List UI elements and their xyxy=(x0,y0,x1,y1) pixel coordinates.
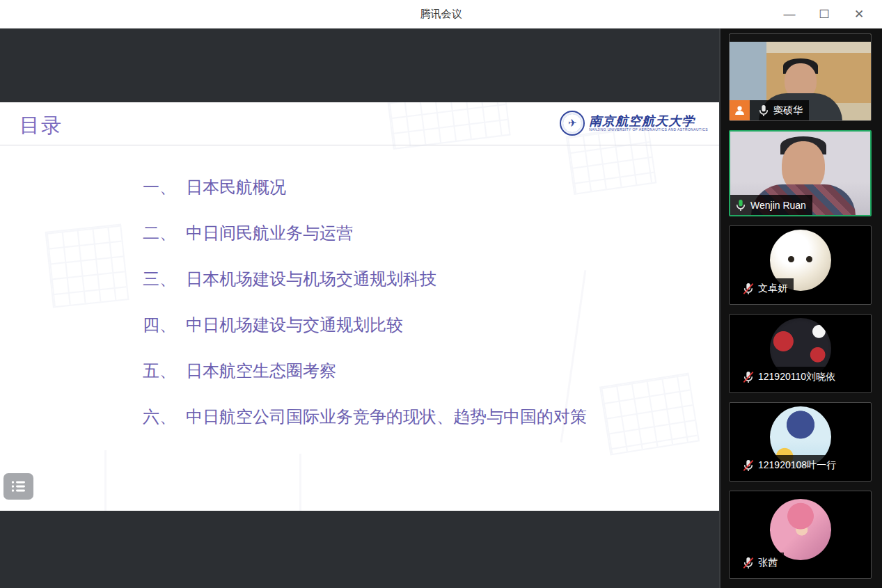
toc-item-text: 中日间民航业务与运营 xyxy=(186,223,353,242)
slide-heading: 目录 xyxy=(19,112,63,140)
mic-on-icon xyxy=(758,104,769,117)
toc-item-number: 一、 xyxy=(143,177,176,196)
thumbnail-list-toggle-button[interactable] xyxy=(3,473,33,500)
slide-heading-rule xyxy=(0,145,719,145)
participant-name-badge: Wenjin Ruan xyxy=(730,195,812,215)
toc-item-text: 中日航空公司国际业务竞争的现状、趋势与中国的对策 xyxy=(186,407,587,426)
university-name-english: NANJING UNIVERSITY OF AERONAUTICS AND AS… xyxy=(589,128,708,132)
participant-name: 121920110刘晓依 xyxy=(758,371,835,383)
maximize-button[interactable]: ☐ xyxy=(807,0,842,29)
participant-tile-speaking[interactable]: Wenjin Ruan xyxy=(729,130,872,216)
participant-tile[interactable]: 121920110刘晓依 xyxy=(729,314,872,393)
screen-share-stage: 目录 ✈ 南京航空航天大学 NANJING UNIVERSITY OF AERO… xyxy=(0,29,719,588)
mic-muted-icon xyxy=(743,283,754,295)
participant-name: Wenjin Ruan xyxy=(750,200,806,211)
mic-active-icon xyxy=(735,199,746,212)
participant-tile[interactable]: 121920108叶一行 xyxy=(729,402,872,482)
mic-muted-icon xyxy=(743,371,754,383)
toc-item: 三、日本机场建设与机场交通规划科技 xyxy=(143,268,587,314)
participant-name: 121920108叶一行 xyxy=(758,459,836,472)
toc-item-number: 五、 xyxy=(143,361,176,380)
toc-item: 四、中日机场建设与交通规划比较 xyxy=(143,314,587,360)
toc-item-text: 日本航空生态圈考察 xyxy=(186,361,336,380)
mic-muted-icon xyxy=(743,459,754,472)
tencent-meeting-window: 腾讯会议 — ☐ ✕ 目录 ✈ 南京航空航天大学 NANJING U xyxy=(0,0,882,588)
university-name: 南京航空航天大学 xyxy=(589,115,708,128)
window-controls: — ☐ ✕ xyxy=(772,0,876,29)
participant-tile[interactable]: 文卓妍 xyxy=(729,225,872,305)
titlebar: 腾讯会议 — ☐ ✕ xyxy=(0,0,882,29)
watermark-lattice xyxy=(387,102,510,150)
participant-name-badge: 121920110刘晓依 xyxy=(733,367,842,387)
toc-item-number: 四、 xyxy=(143,315,176,334)
toc-item-number: 二、 xyxy=(143,223,176,242)
participant-name-badge: 窦硕华 xyxy=(730,100,809,120)
university-seal-icon: ✈ xyxy=(560,111,585,136)
toc-item: 二、中日间民航业务与运营 xyxy=(143,222,587,268)
toc-item-number: 三、 xyxy=(143,269,176,288)
participant-tile[interactable]: 窦硕华 xyxy=(729,33,872,121)
participant-name-badge: 文卓妍 xyxy=(733,278,794,299)
toc-item-text: 日本民航概况 xyxy=(186,177,286,196)
toc-item-text: 日本机场建设与机场交通规划科技 xyxy=(186,269,436,288)
participant-tile[interactable]: 张茜 xyxy=(729,491,872,579)
avatar xyxy=(770,499,831,560)
participant-name-badge: 121920108叶一行 xyxy=(733,455,842,475)
host-badge-icon xyxy=(730,100,750,120)
watermark-line xyxy=(104,450,107,511)
participants-sidebar: 窦硕华 Wenjin Ruan xyxy=(719,29,882,588)
close-button[interactable]: ✕ xyxy=(842,0,876,29)
participant-name: 张茜 xyxy=(758,557,778,569)
list-icon xyxy=(11,480,26,493)
watermark-lattice xyxy=(45,224,129,308)
watermark-line xyxy=(299,454,301,511)
participant-name-badge: 张茜 xyxy=(733,553,784,573)
participant-name: 窦硕华 xyxy=(773,104,803,117)
mic-muted-icon xyxy=(743,557,754,569)
presentation-slide: 目录 ✈ 南京航空航天大学 NANJING UNIVERSITY OF AERO… xyxy=(0,102,719,511)
toc-item: 五、日本航空生态圈考察 xyxy=(143,360,587,406)
toc-item-text: 中日机场建设与交通规划比较 xyxy=(186,315,403,334)
toc-item: 六、中日航空公司国际业务竞争的现状、趋势与中国的对策 xyxy=(143,406,587,452)
minimize-button[interactable]: — xyxy=(772,0,807,29)
watermark-lattice xyxy=(599,372,700,455)
participant-name: 文卓妍 xyxy=(758,283,787,295)
window-title: 腾讯会议 xyxy=(420,8,462,21)
university-logo: ✈ 南京航空航天大学 NANJING UNIVERSITY OF AERONAU… xyxy=(560,111,708,136)
toc-item: 一、日本民航概况 xyxy=(143,176,587,222)
toc-item-number: 六、 xyxy=(143,407,176,426)
table-of-contents: 一、日本民航概况 二、中日间民航业务与运营 三、日本机场建设与机场交通规划科技 … xyxy=(143,176,587,452)
